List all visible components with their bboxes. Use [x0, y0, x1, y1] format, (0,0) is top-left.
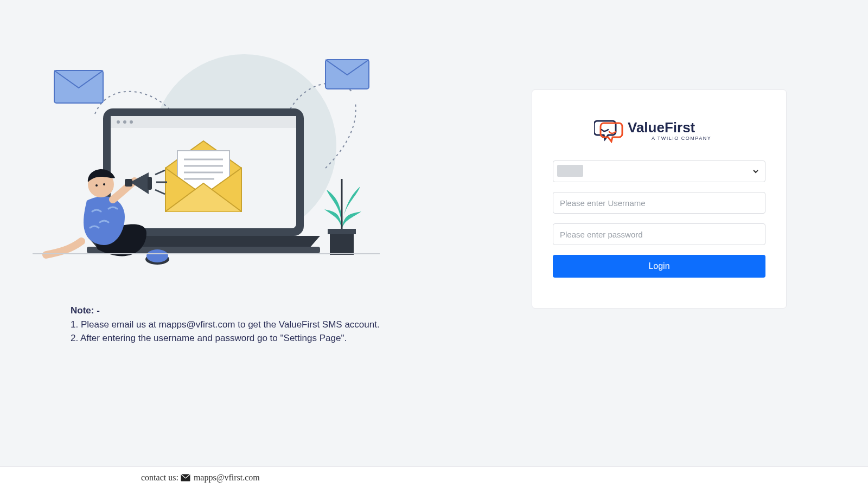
password-input[interactable]	[553, 223, 765, 245]
username-input[interactable]	[553, 192, 765, 214]
note-block: Note: - 1. Please email us at mapps@vfir…	[71, 304, 418, 345]
footer-email-link[interactable]: mapps@vfirst.com	[194, 473, 260, 483]
tenant-select[interactable]	[553, 160, 765, 182]
svg-text:ValueFirst: ValueFirst	[628, 119, 695, 136]
login-button[interactable]: Login	[553, 255, 765, 278]
envelope-icon	[181, 474, 190, 481]
svg-rect-18	[328, 229, 356, 234]
svg-point-7	[123, 120, 126, 124]
svg-point-22	[95, 184, 98, 187]
svg-point-20	[146, 249, 168, 262]
note-line-2: 2. After entering the username and passw…	[71, 331, 418, 345]
login-card: ValueFirst A TWILIO COMPANY Login	[532, 89, 787, 309]
footer-label: contact us:	[141, 473, 178, 483]
svg-rect-25	[148, 177, 152, 190]
svg-rect-24	[125, 179, 132, 187]
svg-text:A TWILIO COMPANY: A TWILIO COMPANY	[652, 136, 711, 141]
footer: contact us: mapps@vfirst.com	[0, 466, 868, 488]
brand-logo: ValueFirst A TWILIO COMPANY	[553, 116, 765, 143]
note-line-1: 1. Please email us at mapps@vfirst.com t…	[71, 318, 418, 332]
svg-rect-5	[111, 116, 296, 128]
svg-point-23	[103, 183, 105, 185]
svg-point-8	[130, 120, 133, 124]
hero-illustration	[33, 49, 380, 282]
note-title: Note: -	[71, 304, 418, 318]
svg-point-6	[117, 120, 120, 124]
svg-rect-17	[330, 233, 354, 255]
